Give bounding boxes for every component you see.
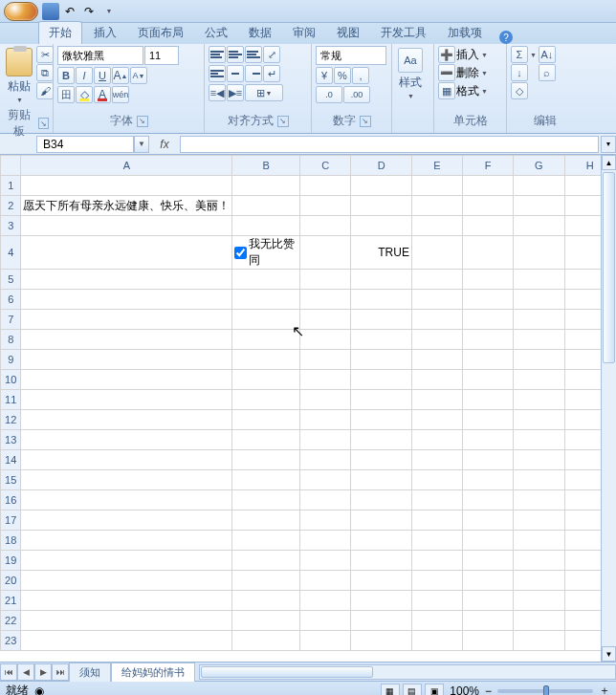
cell-D22[interactable] [351,611,412,631]
cell-E20[interactable] [411,571,462,591]
cell-D5[interactable] [351,270,412,290]
cell-B14[interactable] [232,450,300,470]
row-header-19[interactable]: 19 [1,551,21,571]
cell-C17[interactable] [300,510,351,531]
cell-E5[interactable] [411,270,462,290]
cell-G5[interactable] [514,270,565,290]
page-break-view-button[interactable]: ▣ [425,684,444,696]
cell-F6[interactable] [463,290,514,310]
row-header-8[interactable]: 8 [1,330,21,350]
cell-E7[interactable] [411,310,462,330]
cell-G8[interactable] [514,330,565,350]
cell-F14[interactable] [463,450,514,470]
cell-F12[interactable] [463,410,514,430]
cell-C10[interactable] [300,370,351,390]
cell-B4[interactable]: 我无比赞同 [232,236,300,270]
row-header-4[interactable]: 4 [1,236,21,270]
cell-G19[interactable] [514,551,565,571]
cell-A11[interactable] [21,390,232,410]
cell-E23[interactable] [411,631,462,651]
cell-F5[interactable] [463,270,514,290]
cell-F2[interactable] [463,196,514,216]
row-header-5[interactable]: 5 [1,270,21,290]
cell-A6[interactable] [21,290,232,310]
sheet-tab-1[interactable]: 给妈妈的情书 [111,662,195,682]
styles-button[interactable]: Aa 样式 ▼ [396,46,425,101]
qat-customize-icon[interactable]: ▼ [100,3,118,20]
number-dialog-launcher[interactable]: ↘ [360,116,371,127]
cell-D15[interactable] [351,470,412,490]
cell-B7[interactable] [232,310,300,330]
cell-B23[interactable] [232,631,300,651]
cell-B19[interactable] [232,551,300,571]
autosum-button[interactable]: Σ [511,46,528,63]
formula-bar-expand[interactable]: ▾ [601,136,616,153]
cell-D9[interactable] [351,350,412,370]
normal-view-button[interactable]: ▦ [381,684,400,696]
row-header-13[interactable]: 13 [1,430,21,450]
cell-A5[interactable] [21,270,232,290]
checkbox-agree-input[interactable] [234,247,247,259]
cell-G13[interactable] [514,430,565,450]
help-icon[interactable]: ? [499,31,513,44]
cell-D20[interactable] [351,571,412,591]
fill-color-button[interactable]: ◇ [76,86,93,103]
checkbox-agree[interactable]: 我无比赞同 [234,236,297,269]
cell-E16[interactable] [411,490,462,510]
col-header-A[interactable]: A [21,156,232,176]
italic-button[interactable]: I [76,67,93,84]
cell-A19[interactable] [21,551,232,571]
cell-F15[interactable] [463,470,514,490]
orientation-button[interactable]: ⤢ [263,46,280,63]
cell-D10[interactable] [351,370,412,390]
cell-D1[interactable] [351,176,412,196]
cell-F4[interactable] [463,236,514,270]
cell-C2[interactable] [300,196,351,216]
formula-bar[interactable] [180,136,599,153]
tab-审阅[interactable]: 审阅 [283,22,325,44]
delete-cells-button[interactable]: ➖删除▼ [438,64,488,81]
cell-D18[interactable] [351,531,412,551]
office-button[interactable] [4,2,38,21]
cell-A14[interactable] [21,450,232,470]
vertical-scroll-thumb[interactable] [603,172,615,363]
sheet-nav-last[interactable]: ⏭ [52,663,69,681]
font-dialog-launcher[interactable]: ↘ [137,116,148,127]
cell-B12[interactable] [232,410,300,430]
col-header-C[interactable]: C [300,156,351,176]
row-header-11[interactable]: 11 [1,390,21,410]
cell-G17[interactable] [514,510,565,531]
row-header-17[interactable]: 17 [1,510,21,531]
comma-button[interactable]: , [352,67,369,84]
cell-C23[interactable] [300,631,351,651]
cell-B1[interactable] [232,176,300,196]
tab-插入[interactable]: 插入 [84,22,126,44]
cell-B22[interactable] [232,611,300,631]
cell-B18[interactable] [232,531,300,551]
worksheet-grid[interactable]: ABCDEFGH12愿天下所有母亲永远健康、快乐、美丽！34我无比赞同TRUE5… [0,155,616,662]
cell-E17[interactable] [411,510,462,531]
cell-A7[interactable] [21,310,232,330]
cell-F17[interactable] [463,510,514,531]
sort-filter-button[interactable]: A↓ [539,46,556,63]
cell-E12[interactable] [411,410,462,430]
cell-E11[interactable] [411,390,462,410]
cell-F19[interactable] [463,551,514,571]
font-color-button[interactable]: A [94,86,111,103]
cell-F13[interactable] [463,430,514,450]
cell-C7[interactable] [300,310,351,330]
cell-B9[interactable] [232,350,300,370]
cell-A17[interactable] [21,510,232,531]
horizontal-scrollbar[interactable] [199,664,616,680]
cell-E14[interactable] [411,450,462,470]
cell-E2[interactable] [411,196,462,216]
cell-F21[interactable] [463,591,514,611]
align-center-button[interactable] [227,65,244,82]
zoom-in-button[interactable]: ＋ [599,683,610,695]
cell-B15[interactable] [232,470,300,490]
cell-G21[interactable] [514,591,565,611]
cell-A16[interactable] [21,490,232,510]
cell-F7[interactable] [463,310,514,330]
sheet-tab-0[interactable]: 须知 [69,662,111,682]
cell-A22[interactable] [21,611,232,631]
